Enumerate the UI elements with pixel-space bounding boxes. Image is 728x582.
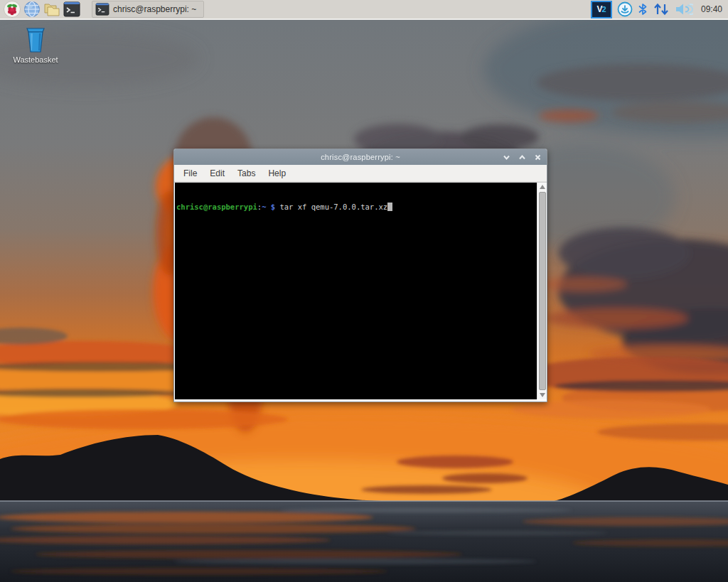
update-download-icon (617, 1, 633, 17)
prompt-user-host: chrisc@raspberrypi (176, 203, 257, 211)
network-tray-button[interactable] (653, 0, 670, 18)
file-manager-launcher-button[interactable] (43, 1, 61, 18)
scrollbar-thumb[interactable] (539, 192, 546, 390)
menu-tabs[interactable]: Tabs (231, 166, 262, 180)
terminal-output[interactable]: chrisc@raspberrypi:~ $ tar xf qemu-7.0.0… (175, 183, 537, 399)
taskbar: chrisc@raspberrypi: ~ V2 (0, 0, 728, 20)
scroll-up-arrow-icon (540, 185, 545, 189)
browser-launcher-button[interactable] (23, 1, 41, 18)
wastebasket-desktop-icon[interactable]: Wastebasket (7, 26, 64, 64)
terminal-icon (63, 1, 80, 17)
vnc-icon-letter: V (596, 4, 601, 14)
terminal-content-area: chrisc@raspberrypi:~ $ tar xf qemu-7.0.0… (174, 182, 547, 402)
prompt-dollar: $ (266, 203, 279, 211)
desktop: Wastebasket chrisc@raspberrypi: ~ (0, 20, 728, 582)
wastebasket-label: Wastebasket (13, 55, 58, 64)
vnc-icon: V2 (591, 1, 612, 18)
web-browser-icon (23, 1, 41, 18)
terminal-launcher-button[interactable] (63, 1, 81, 18)
terminal-window: chrisc@raspberrypi: ~ (173, 149, 547, 402)
bluetooth-icon (638, 2, 648, 16)
updater-tray-button[interactable] (617, 0, 633, 18)
menu-help[interactable]: Help (262, 166, 292, 180)
menu-file[interactable]: File (177, 166, 203, 180)
terminal-scrollbar[interactable] (537, 183, 547, 399)
chevron-down-icon (503, 153, 510, 161)
wastebasket-icon (22, 26, 49, 54)
scroll-down-arrow-icon (540, 393, 545, 397)
desktop-screen: chrisc@raspberrypi: ~ V2 (0, 0, 728, 582)
volume-tray-button[interactable] (675, 0, 693, 18)
terminal-command: tar xf qemu-7.0.0.tar.xz (279, 203, 387, 211)
window-titlebar[interactable]: chrisc@raspberrypi: ~ (174, 149, 547, 165)
network-arrows-icon (653, 2, 670, 16)
terminal-icon (95, 3, 109, 16)
scroll-up-button[interactable] (537, 183, 547, 191)
terminal-prompt-line: chrisc@raspberrypi:~ $ tar xf qemu-7.0.0… (176, 203, 537, 212)
taskbar-left: chrisc@raspberrypi: ~ (0, 0, 204, 18)
start-menu-button[interactable] (3, 1, 21, 18)
scroll-down-button[interactable] (537, 391, 547, 399)
taskbar-window-button[interactable]: chrisc@raspberrypi: ~ (92, 1, 204, 18)
close-icon (534, 153, 542, 161)
window-controls (501, 149, 542, 165)
bluetooth-tray-button[interactable] (638, 0, 648, 18)
window-title: chrisc@raspberrypi: ~ (174, 153, 547, 161)
vnc-tray-button[interactable]: V2 (591, 0, 612, 18)
terminal-menubar: File Edit Tabs Help (174, 165, 547, 182)
taskbar-window-label: chrisc@raspberrypi: ~ (113, 4, 196, 14)
taskbar-tray: V2 (591, 0, 728, 18)
taskbar-clock[interactable]: 09:40 (701, 4, 722, 14)
minimize-button[interactable] (501, 152, 511, 162)
menu-edit[interactable]: Edit (203, 166, 231, 180)
file-manager-icon (43, 1, 60, 17)
close-button[interactable] (532, 152, 542, 162)
chevron-up-icon (518, 153, 526, 161)
vnc-icon-number: 2 (601, 5, 606, 14)
terminal-cursor (387, 203, 392, 211)
raspberry-menu-icon (4, 1, 21, 18)
maximize-button[interactable] (517, 152, 527, 162)
volume-icon (675, 2, 693, 16)
